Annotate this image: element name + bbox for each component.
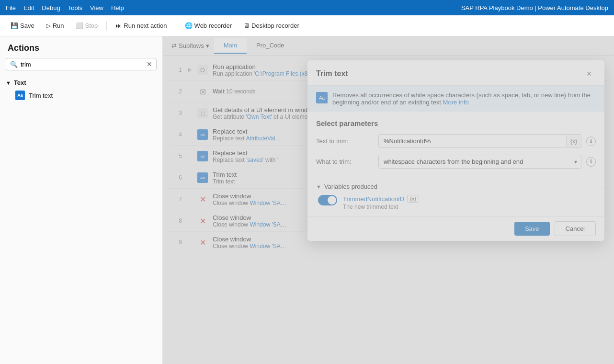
toolbar-separator bbox=[106, 21, 107, 31]
menu-help[interactable]: Help bbox=[111, 4, 124, 11]
run-next-icon: ⏭ bbox=[115, 22, 122, 29]
group-header-text[interactable]: ▼ Text bbox=[0, 77, 162, 88]
save-label: Save bbox=[20, 22, 34, 29]
desktop-recorder-button[interactable]: 🖥 Desktop recorder bbox=[239, 20, 304, 31]
stop-label: Stop bbox=[85, 22, 98, 29]
run-next-label: Run next action bbox=[124, 22, 167, 29]
save-icon: 💾 bbox=[11, 22, 18, 29]
toolbar-separator-2 bbox=[176, 21, 176, 31]
app-title: SAP RPA Playbook Demo | Power Automate D… bbox=[461, 4, 608, 11]
actions-sidebar: Actions 🔍 ✕ ▼ Text Aa Trim text bbox=[0, 36, 163, 364]
menu-tools[interactable]: Tools bbox=[68, 4, 82, 11]
web-recorder-icon: 🌐 bbox=[185, 22, 193, 29]
menu-bar[interactable]: File Edit Debug Tools View Help bbox=[6, 4, 124, 11]
group-chevron-text: ▼ bbox=[6, 80, 11, 86]
action-item-trim-text[interactable]: Aa Trim text bbox=[0, 88, 162, 102]
modal-overlay bbox=[163, 36, 614, 364]
stop-icon: ⬜ bbox=[76, 22, 83, 29]
run-next-action-button[interactable]: ⏭ Run next action bbox=[111, 20, 171, 31]
group-label-text: Text bbox=[14, 79, 26, 86]
web-recorder-button[interactable]: 🌐 Web recorder bbox=[180, 20, 237, 31]
trim-text-icon: Aa bbox=[15, 91, 25, 100]
menu-view[interactable]: View bbox=[90, 4, 103, 11]
desktop-recorder-icon: 🖥 bbox=[243, 22, 250, 29]
run-label: Run bbox=[53, 22, 64, 29]
toolbar: 💾 Save ▷ Run ⬜ Stop ⏭ Run next action 🌐 … bbox=[0, 15, 614, 36]
canvas-area: ⇄ Subflows ▾ Main Pro_Code 1 ⬡ Run appli… bbox=[163, 36, 614, 364]
run-button[interactable]: ▷ Run bbox=[41, 20, 69, 31]
actions-group-text: ▼ Text Aa Trim text bbox=[0, 75, 162, 104]
search-clear-button[interactable]: ✕ bbox=[147, 60, 152, 68]
search-box: 🔍 ✕ bbox=[6, 58, 157, 70]
action-label-trim-text: Trim text bbox=[29, 92, 53, 99]
stop-button[interactable]: ⬜ Stop bbox=[71, 20, 103, 31]
run-icon: ▷ bbox=[46, 22, 51, 29]
web-recorder-label: Web recorder bbox=[194, 22, 232, 29]
menu-debug[interactable]: Debug bbox=[42, 4, 60, 11]
sidebar-title: Actions bbox=[0, 36, 162, 58]
title-bar: File Edit Debug Tools View Help SAP RPA … bbox=[0, 0, 614, 15]
search-input[interactable] bbox=[21, 61, 147, 68]
menu-file[interactable]: File bbox=[6, 4, 16, 11]
menu-edit[interactable]: Edit bbox=[23, 4, 34, 11]
desktop-recorder-label: Desktop recorder bbox=[251, 22, 299, 29]
main-layout: Actions 🔍 ✕ ▼ Text Aa Trim text ⇄ Subflo… bbox=[0, 36, 614, 364]
save-button[interactable]: 💾 Save bbox=[6, 20, 39, 31]
search-icon: 🔍 bbox=[10, 61, 18, 68]
